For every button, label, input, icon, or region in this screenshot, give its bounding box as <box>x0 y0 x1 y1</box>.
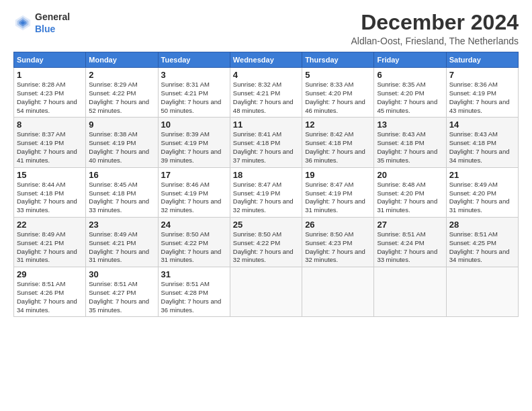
day-number: 8 <box>17 120 83 130</box>
table-row: 4Sunrise: 8:32 AMSunset: 4:21 PMDaylight… <box>230 68 302 118</box>
day-info: Sunrise: 8:49 AMSunset: 4:21 PMDaylight:… <box>17 230 83 265</box>
day-info: Sunrise: 8:28 AMSunset: 4:23 PMDaylight:… <box>17 81 83 115</box>
table-row <box>374 267 446 317</box>
table-row: 5Sunrise: 8:33 AMSunset: 4:20 PMDaylight… <box>302 68 374 118</box>
day-number: 11 <box>233 120 299 130</box>
table-row: 15Sunrise: 8:44 AMSunset: 4:18 PMDayligh… <box>14 167 86 217</box>
table-row: 27Sunrise: 8:51 AMSunset: 4:24 PMDayligh… <box>374 217 446 267</box>
calendar-table: Sunday Monday Tuesday Wednesday Thursday… <box>13 52 519 317</box>
col-tuesday: Tuesday <box>158 52 230 68</box>
day-info: Sunrise: 8:37 AMSunset: 4:19 PMDaylight:… <box>17 130 83 165</box>
table-row: 1Sunrise: 8:28 AMSunset: 4:23 PMDaylight… <box>14 68 86 118</box>
day-number: 1 <box>17 70 83 80</box>
day-info: Sunrise: 8:38 AMSunset: 4:19 PMDaylight:… <box>89 130 154 165</box>
col-sunday: Sunday <box>14 52 86 68</box>
day-number: 7 <box>449 70 515 80</box>
day-number: 14 <box>449 120 515 130</box>
title-block: December 2024 Aldlan-Oost, Friesland, Th… <box>351 11 519 46</box>
table-row: 31Sunrise: 8:51 AMSunset: 4:28 PMDayligh… <box>158 267 230 317</box>
logo: General Blue <box>13 11 70 35</box>
day-info: Sunrise: 8:50 AMSunset: 4:22 PMDaylight:… <box>161 230 227 265</box>
calendar-week-row: 1Sunrise: 8:28 AMSunset: 4:23 PMDaylight… <box>14 68 519 118</box>
calendar-week-row: 22Sunrise: 8:49 AMSunset: 4:21 PMDayligh… <box>14 217 519 267</box>
day-number: 29 <box>17 269 83 279</box>
col-saturday: Saturday <box>446 52 518 68</box>
table-row: 7Sunrise: 8:36 AMSunset: 4:19 PMDaylight… <box>446 68 518 118</box>
day-number: 3 <box>161 70 227 80</box>
calendar-week-row: 8Sunrise: 8:37 AMSunset: 4:19 PMDaylight… <box>14 118 519 167</box>
day-number: 24 <box>161 220 227 230</box>
day-info: Sunrise: 8:51 AMSunset: 4:25 PMDaylight:… <box>449 230 515 265</box>
day-number: 22 <box>17 220 83 230</box>
day-info: Sunrise: 8:50 AMSunset: 4:23 PMDaylight:… <box>305 230 371 265</box>
day-number: 9 <box>89 120 154 130</box>
table-row: 23Sunrise: 8:49 AMSunset: 4:21 PMDayligh… <box>86 217 158 267</box>
day-number: 28 <box>449 220 515 230</box>
table-row <box>230 267 302 317</box>
day-number: 16 <box>89 170 154 180</box>
day-number: 10 <box>161 120 227 130</box>
col-friday: Friday <box>374 52 446 68</box>
day-info: Sunrise: 8:51 AMSunset: 4:27 PMDaylight:… <box>89 280 154 314</box>
logo-general: General <box>35 11 70 22</box>
day-info: Sunrise: 8:41 AMSunset: 4:18 PMDaylight:… <box>233 130 299 165</box>
table-row: 8Sunrise: 8:37 AMSunset: 4:19 PMDaylight… <box>14 118 86 167</box>
table-row: 9Sunrise: 8:38 AMSunset: 4:19 PMDaylight… <box>86 118 158 167</box>
day-number: 18 <box>233 170 299 180</box>
day-number: 6 <box>377 70 443 80</box>
day-number: 26 <box>305 220 371 230</box>
table-row: 16Sunrise: 8:45 AMSunset: 4:18 PMDayligh… <box>86 167 158 217</box>
table-row: 18Sunrise: 8:47 AMSunset: 4:19 PMDayligh… <box>230 167 302 217</box>
day-info: Sunrise: 8:51 AMSunset: 4:28 PMDaylight:… <box>161 280 227 314</box>
calendar-week-row: 15Sunrise: 8:44 AMSunset: 4:18 PMDayligh… <box>14 167 519 217</box>
day-info: Sunrise: 8:46 AMSunset: 4:19 PMDaylight:… <box>161 181 227 215</box>
day-number: 15 <box>17 170 83 180</box>
logo-icon <box>13 13 32 32</box>
table-row <box>446 267 518 317</box>
table-row <box>302 267 374 317</box>
day-info: Sunrise: 8:47 AMSunset: 4:19 PMDaylight:… <box>305 181 371 215</box>
day-number: 30 <box>89 269 154 279</box>
table-row: 24Sunrise: 8:50 AMSunset: 4:22 PMDayligh… <box>158 217 230 267</box>
table-row: 11Sunrise: 8:41 AMSunset: 4:18 PMDayligh… <box>230 118 302 167</box>
day-number: 4 <box>233 70 299 80</box>
col-monday: Monday <box>86 52 158 68</box>
day-info: Sunrise: 8:33 AMSunset: 4:20 PMDaylight:… <box>305 81 371 115</box>
day-info: Sunrise: 8:31 AMSunset: 4:21 PMDaylight:… <box>161 81 227 115</box>
day-info: Sunrise: 8:43 AMSunset: 4:18 PMDaylight:… <box>449 130 515 165</box>
table-row: 17Sunrise: 8:46 AMSunset: 4:19 PMDayligh… <box>158 167 230 217</box>
table-row: 14Sunrise: 8:43 AMSunset: 4:18 PMDayligh… <box>446 118 518 167</box>
calendar-header-row: Sunday Monday Tuesday Wednesday Thursday… <box>14 52 519 68</box>
day-number: 5 <box>305 70 371 80</box>
day-info: Sunrise: 8:42 AMSunset: 4:18 PMDaylight:… <box>305 130 371 165</box>
day-info: Sunrise: 8:47 AMSunset: 4:19 PMDaylight:… <box>233 181 299 215</box>
day-number: 13 <box>377 120 443 130</box>
table-row: 10Sunrise: 8:39 AMSunset: 4:19 PMDayligh… <box>158 118 230 167</box>
calendar-week-row: 29Sunrise: 8:51 AMSunset: 4:26 PMDayligh… <box>14 267 519 317</box>
day-number: 2 <box>89 70 154 80</box>
day-number: 23 <box>89 220 154 230</box>
day-number: 31 <box>161 269 227 279</box>
day-number: 19 <box>305 170 371 180</box>
day-number: 12 <box>305 120 371 130</box>
day-info: Sunrise: 8:51 AMSunset: 4:26 PMDaylight:… <box>17 280 83 314</box>
table-row: 3Sunrise: 8:31 AMSunset: 4:21 PMDaylight… <box>158 68 230 118</box>
page-container: General Blue December 2024 Aldlan-Oost, … <box>0 0 532 325</box>
day-number: 21 <box>449 170 515 180</box>
table-row: 21Sunrise: 8:49 AMSunset: 4:20 PMDayligh… <box>446 167 518 217</box>
table-row: 28Sunrise: 8:51 AMSunset: 4:25 PMDayligh… <box>446 217 518 267</box>
logo-text: General Blue <box>35 11 70 35</box>
col-thursday: Thursday <box>302 52 374 68</box>
day-number: 25 <box>233 220 299 230</box>
day-info: Sunrise: 8:43 AMSunset: 4:18 PMDaylight:… <box>377 130 443 165</box>
day-info: Sunrise: 8:48 AMSunset: 4:20 PMDaylight:… <box>377 181 443 215</box>
logo-blue: Blue <box>35 24 55 34</box>
table-row: 12Sunrise: 8:42 AMSunset: 4:18 PMDayligh… <box>302 118 374 167</box>
day-info: Sunrise: 8:36 AMSunset: 4:19 PMDaylight:… <box>449 81 515 115</box>
day-number: 27 <box>377 220 443 230</box>
header-row: General Blue December 2024 Aldlan-Oost, … <box>13 11 519 46</box>
table-row: 25Sunrise: 8:50 AMSunset: 4:22 PMDayligh… <box>230 217 302 267</box>
day-info: Sunrise: 8:39 AMSunset: 4:19 PMDaylight:… <box>161 130 227 165</box>
day-info: Sunrise: 8:29 AMSunset: 4:22 PMDaylight:… <box>89 81 154 115</box>
day-info: Sunrise: 8:50 AMSunset: 4:22 PMDaylight:… <box>233 230 299 265</box>
